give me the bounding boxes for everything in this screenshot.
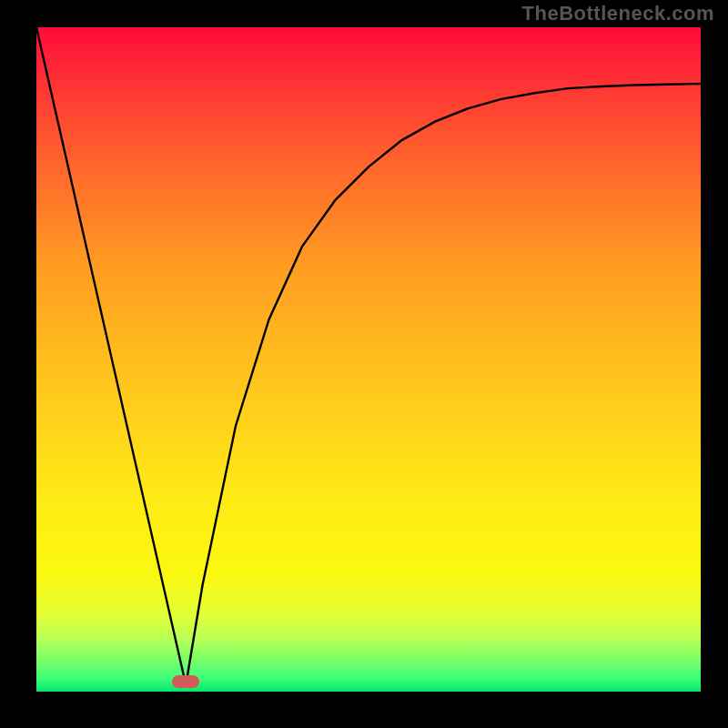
chart-frame: TheBottleneck.com: [0, 0, 728, 728]
bottleneck-curve: [36, 27, 701, 692]
plot-area: [36, 27, 701, 692]
watermark-text: TheBottleneck.com: [522, 2, 714, 25]
curve-path: [36, 27, 701, 685]
optimal-point-marker: [172, 675, 199, 688]
